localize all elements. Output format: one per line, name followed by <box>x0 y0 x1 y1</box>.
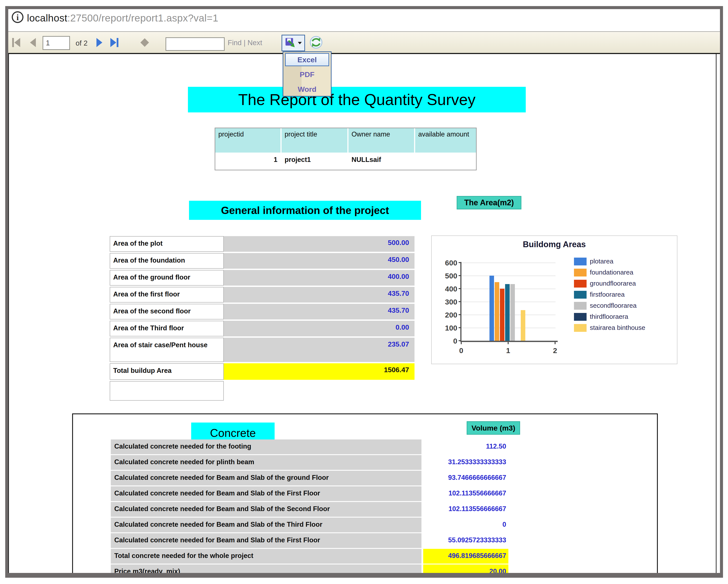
concrete-row-value: 0 <box>423 518 509 532</box>
export-menu-item-pdf[interactable]: PDF <box>285 68 329 81</box>
chart-bar-firstfoorarea <box>505 284 510 341</box>
area-row-label: Total buildup Area <box>110 363 224 380</box>
area-row-value: 500.00 <box>224 236 415 252</box>
legend-swatch <box>574 280 587 287</box>
legend-label: secondfloorarea <box>590 302 636 309</box>
legend-swatch <box>574 269 587 277</box>
project-table-header-cell: projectid <box>215 128 281 152</box>
concrete-table-row: Calculated concrete needed for Beam and … <box>111 533 509 548</box>
concrete-table-row: Price m3(ready_mix)20.00 <box>111 564 509 573</box>
project-table-header-cell: project title <box>282 128 347 152</box>
area-table-row: Area of the foundation450.00 <box>110 253 415 269</box>
y-axis-tick-label: 400 <box>436 285 457 293</box>
concrete-row-label: Calculated concrete needed for Beam and … <box>111 486 421 501</box>
area-row-value: 400.00 <box>224 270 415 286</box>
area-row-label: Area of the foundation <box>110 253 224 269</box>
project-table-header-cell: available amount <box>415 128 476 152</box>
concrete-row-label: Calculated concrete needed for Beam and … <box>111 502 421 517</box>
x-axis-tick <box>508 342 509 344</box>
area-row-label: Area of the plot <box>110 236 224 252</box>
concrete-row-value: 102.113556666667 <box>423 502 509 517</box>
concrete-row-value: 20.00 <box>423 564 509 573</box>
find-next-links: Find | Next <box>228 38 262 47</box>
y-axis-tick-label: 200 <box>436 311 457 319</box>
info-icon[interactable]: i <box>12 11 23 23</box>
concrete-row-label: Total concrete needed for the whole proj… <box>111 549 421 564</box>
legend-label: stairarea binthouse <box>590 324 645 331</box>
y-axis-tick-label: 600 <box>436 259 457 267</box>
concrete-table-row: Calculated concrete needed for Beam and … <box>111 518 509 532</box>
export-menu-item-excel[interactable]: Excel <box>285 53 329 66</box>
url-path: :27500/report/report1.aspx?val=1 <box>67 12 218 24</box>
area-row-value: 1506.47 <box>224 363 415 380</box>
area-row-label: Area of stair case/Pent house <box>110 338 224 362</box>
next-page-button[interactable] <box>97 38 102 47</box>
address-url[interactable]: localhost:27500/report/report1.aspx?val=… <box>27 12 218 24</box>
y-axis-line <box>460 262 462 342</box>
concrete-table-row: Calculated concrete needed for Beam and … <box>111 471 509 485</box>
find-link[interactable]: Find <box>228 38 241 47</box>
x-axis-tick-label: 2 <box>546 346 564 355</box>
concrete-row-value: 102.113556666667 <box>423 486 509 501</box>
y-axis-tick-label: 0 <box>436 337 457 345</box>
next-link[interactable]: Next <box>248 38 262 47</box>
legend-label: groundfloorarea <box>590 280 636 287</box>
area-table-row: Area of the plot500.00 <box>110 236 415 252</box>
legend-label: thirdflooraera <box>590 313 628 320</box>
x-axis-tick <box>461 342 462 344</box>
area-row-value: 435.70 <box>224 304 415 319</box>
export-menu: ExcelPDFWord <box>283 51 332 96</box>
area-table-row: Area of the Third floor0.00 <box>110 321 415 336</box>
first-page-icon-arrow <box>14 38 20 47</box>
report-title: The Report of the Quantity Survey <box>188 87 526 112</box>
last-page-icon-arrow <box>110 38 116 47</box>
general-section-heading: General information of the project <box>189 201 421 220</box>
last-page-button[interactable] <box>110 38 119 47</box>
legend-swatch <box>574 302 587 310</box>
x-axis-tick-label: 1 <box>499 346 517 355</box>
area-row-label: Area of the Third floor <box>110 321 224 336</box>
area-table-row: Total buildup Area1506.47 <box>110 363 415 380</box>
area-row-value: 435.70 <box>224 287 415 303</box>
project-table-header-cell: Owner name <box>348 128 414 152</box>
concrete-table-row: Calculated concrete needed for Beam and … <box>111 502 509 517</box>
y-axis-tick-label: 100 <box>436 324 457 332</box>
concrete-row-label: Price m3(ready_mix) <box>111 564 421 573</box>
chart-panel: Buildomg Areas 0100200300400500600012plo… <box>431 235 677 364</box>
page-count-label: of 2 <box>76 39 87 47</box>
chart-bar-secondfloorarea <box>510 284 515 341</box>
concrete-row-label: Calculated concrete needed for Beam and … <box>111 533 421 548</box>
concrete-row-label: Calculated concrete needed for the footi… <box>111 440 421 454</box>
gridline <box>461 262 555 263</box>
export-button[interactable] <box>282 35 305 51</box>
y-axis-tick-label: 500 <box>436 272 457 280</box>
area-row-value: 235.07 <box>224 338 415 362</box>
first-page-button[interactable] <box>12 38 20 47</box>
concrete-row-label: Calculated concrete needed for Beam and … <box>111 518 421 532</box>
concrete-row-label: Calculated concrete needed for Beam and … <box>111 471 421 485</box>
gridline <box>461 276 555 276</box>
export-menu-item-word[interactable]: Word <box>285 83 329 96</box>
chart-bar-plotarea <box>490 276 494 341</box>
concrete-row-value: 112.50 <box>423 440 509 454</box>
legend-swatch <box>574 313 587 321</box>
area-table-row: Area of the first floor435.70 <box>110 287 415 303</box>
find-input[interactable] <box>165 37 225 51</box>
concrete-table-row: Calculated concrete needed for the footi… <box>111 440 509 454</box>
area-table-row: Area of the second floor435.70 <box>110 304 415 319</box>
chart-bar-foundationarea <box>495 282 499 341</box>
concrete-table-row: Total concrete needed for the whole proj… <box>111 549 509 564</box>
area-row-label: Area of the first floor <box>110 287 224 303</box>
concrete-section: Concrete Volume (m3) Calculated concrete… <box>72 413 658 573</box>
project-table-data-cell: NULLsaif <box>348 154 414 170</box>
concrete-row-value: 55.0925723333333 <box>423 533 509 548</box>
chart-title: Buildomg Areas <box>432 240 677 249</box>
url-host: localhost <box>27 12 67 24</box>
legend-swatch <box>574 324 587 332</box>
page-number-input[interactable] <box>43 36 70 50</box>
area-row-value: 450.00 <box>224 253 415 269</box>
prev-page-button[interactable] <box>30 38 36 47</box>
legend-label: plotarea <box>590 258 613 265</box>
refresh-button[interactable] <box>309 35 323 49</box>
first-page-icon <box>12 38 14 47</box>
